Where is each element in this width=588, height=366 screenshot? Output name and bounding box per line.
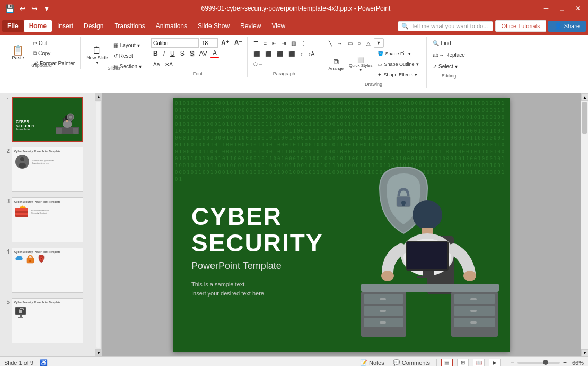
zoom-level[interactable]: 66% [572,360,584,366]
slide-thumb-3[interactable]: 3 Cyber Security PowerPoint Template [2,196,93,243]
font-size-input[interactable] [200,38,218,48]
vertical-scroll-thumb[interactable] [582,102,587,134]
menu-design[interactable]: Design [78,20,109,32]
menu-review[interactable]: Review [235,20,266,32]
font-name-input[interactable] [151,38,199,48]
menu-transitions[interactable]: Transitions [109,20,150,32]
text-direction-button[interactable]: ↕A [306,49,317,58]
slideshow-button[interactable]: ▶ [489,359,501,367]
maximize-button[interactable]: □ [556,3,568,14]
slide-canvas[interactable]: 0101011001000101100100010110010001011001… [173,98,510,352]
numbered-list-button[interactable]: ≡ [261,38,269,48]
notes-button[interactable]: 📝 Notes [358,359,387,366]
arrow-tool[interactable]: → [335,38,345,48]
tell-me-input[interactable]: 🔍 Tell me what you want to do... [398,21,493,31]
slide-thumb-5[interactable]: 5 Cyber Security PowerPoint Template [2,297,93,344]
zoom-out-button[interactable]: − [510,359,515,367]
quick-styles-icon: ⬜ [357,57,364,63]
oval-tool[interactable]: ○ [356,38,363,48]
paste-button[interactable]: 📋 Paste [6,38,30,68]
scroll-bottom-button[interactable]: ▼ [581,349,588,356]
normal-view-button[interactable]: ▤ [441,359,453,367]
replace-button[interactable]: ab→ Replace [431,50,467,59]
slide2-content: Cyber Security PowerPoint Template Sampl… [12,147,83,191]
redo-icon[interactable]: ↪ [30,3,39,14]
find-button[interactable]: 🔍 Find [431,38,467,48]
copy-label: Copy [38,50,50,56]
shape-effects-button[interactable]: ✦ Shape Effects▾ [375,70,420,80]
menu-file[interactable]: File [2,20,24,32]
arrange-button[interactable]: ⧉ Arrange [327,51,346,77]
decrease-indent-button[interactable]: ⇤ [270,38,278,48]
font-case-button[interactable]: Aa [151,59,162,69]
scroll-top-button[interactable]: ▲ [581,93,588,101]
menu-insert[interactable]: Insert [52,20,78,32]
zoom-thumb[interactable] [543,360,548,365]
zoom-track[interactable] [517,362,560,364]
undo-icon[interactable]: ↩ [19,3,27,14]
bullet-list-button[interactable]: ☰ [251,38,260,48]
reset-button[interactable]: ↺ Reset [111,51,144,60]
reading-view-button[interactable]: 📖 [473,359,485,367]
menu-animations[interactable]: Animations [151,20,192,32]
convert-to-smartart-button[interactable]: ⬡→ [251,59,265,69]
align-center-button[interactable]: ⬛ [263,49,274,58]
font-spacing-button[interactable]: AV [197,49,209,58]
scroll-up-button[interactable]: ▲ [95,93,102,101]
customize-qat-icon[interactable]: ▼ [42,3,51,14]
minimize-button[interactable]: ─ [540,3,552,14]
search-icon: 🔍 [401,23,409,30]
save-icon[interactable]: 💾 [4,3,15,14]
zoom-in-button[interactable]: + [562,359,568,367]
menu-slideshow[interactable]: Slide Show [192,20,235,32]
slide-num-1: 1 [3,98,10,103]
slide-preview-3: Cyber Security PowerPoint Template Firew… [12,197,83,242]
select-button[interactable]: ↗ Select▾ [431,62,467,71]
smart-art-button[interactable]: ⋮ [299,38,309,48]
underline-button[interactable]: U [168,49,177,58]
slide-thumb-1[interactable]: 1 CYBER SECURITY PowerPoint [2,95,93,143]
svg-point-16 [29,260,31,262]
slide-thumb-2[interactable]: 2 Cyber Security PowerPoint Template Sam… [2,146,93,193]
increase-font-button[interactable]: A⁺ [219,38,231,48]
title-bar-right: ─ □ ✕ [540,3,584,14]
slide-thumb-4[interactable]: 4 Cyber Security PowerPoint Template [2,247,93,294]
slide-sorter-button[interactable]: ⊞ [457,359,469,367]
slide-count: Slide 1 of 9 [4,360,33,366]
zoom-control: − + [510,359,568,367]
layout-button[interactable]: ▦ Layout▾ [111,40,144,50]
drawing-group: ╲ → ▭ ○ △ ▼ ⧉ Arrange ⬜ Quick Styles ▼ [321,37,427,88]
menu-home[interactable]: Home [24,20,52,32]
svg-point-11 [19,163,26,168]
font-color-button[interactable]: A [210,49,219,58]
scroll-thumb-vertical[interactable] [96,102,100,348]
quick-styles-button[interactable]: ⬜ Quick Styles ▼ [347,51,374,77]
more-shapes-button[interactable]: ▼ [374,38,384,48]
justify-button[interactable]: ⬛ [286,49,297,58]
align-right-button[interactable]: ⬛ [275,49,285,58]
rect-tool[interactable]: ▭ [346,38,355,48]
decrease-font-button[interactable]: A⁻ [232,38,244,48]
triangle-tool[interactable]: △ [364,38,373,48]
share-button[interactable]: 👤 Share [548,21,586,32]
text-shadow-button[interactable]: S [188,49,196,58]
copy-button[interactable]: ⧉ Copy [31,48,77,58]
cut-button[interactable]: ✂ Cut [31,38,77,48]
office-tutorials-button[interactable]: Office Tutorials [495,20,546,32]
bold-button[interactable]: B [151,49,160,58]
clear-format-button[interactable]: ✕A [163,59,175,69]
comments-button[interactable]: 💬 Comments [391,359,432,366]
line-tool[interactable]: ╲ [327,38,334,48]
strikethrough-button[interactable]: S [178,49,187,58]
italic-button[interactable]: I [161,49,167,58]
scroll-down-button[interactable]: ▼ [95,349,102,356]
align-left-button[interactable]: ⬛ [251,49,262,58]
shape-fill-button[interactable]: 🪣 Shape Fill▾ [375,49,420,58]
shape-outline-button[interactable]: ▭ Shape Outline▾ [375,59,420,69]
new-slide-button[interactable]: 🗒 New Slide ▼ [84,40,110,69]
line-spacing-button[interactable]: ↕ [298,49,305,58]
menu-view[interactable]: View [266,20,291,32]
columns-button[interactable]: ▥ [289,38,298,48]
increase-indent-button[interactable]: ⇥ [279,38,288,48]
close-button[interactable]: ✕ [572,3,584,14]
